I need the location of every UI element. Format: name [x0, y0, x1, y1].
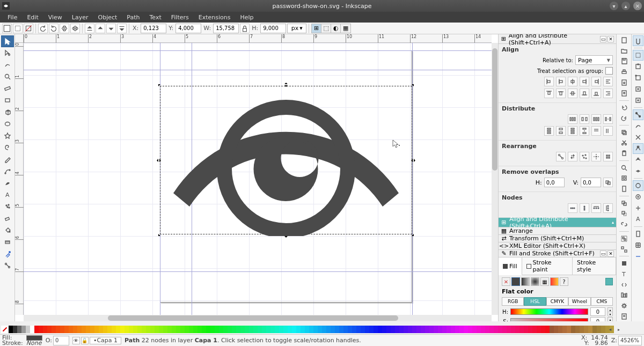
gradient-tool[interactable]	[1, 236, 14, 248]
palette-swatch[interactable]	[193, 326, 197, 333]
bucket-tool[interactable]	[1, 224, 14, 236]
snap-grid-icon[interactable]	[633, 240, 643, 251]
y-input[interactable]: 4,000	[175, 24, 201, 33]
nodes-align-h-icon[interactable]	[568, 203, 577, 213]
panel-arrange[interactable]: ▦Arrange	[499, 227, 616, 235]
snap-page-icon[interactable]	[633, 229, 643, 239]
dropper-tool[interactable]	[1, 248, 14, 260]
snap-bbox-edge-icon[interactable]	[633, 61, 643, 72]
color-palette[interactable]	[1, 326, 614, 333]
align-dialog-icon[interactable]	[618, 291, 630, 300]
snap-others-icon[interactable]	[633, 180, 643, 191]
palette-swatch[interactable]	[421, 326, 425, 333]
palette-swatch[interactable]	[378, 326, 382, 333]
ellipse-tool[interactable]	[1, 118, 14, 130]
rearrange-clump-icon[interactable]	[603, 152, 613, 161]
zoom-tool[interactable]	[1, 71, 14, 83]
raise-top-icon[interactable]	[85, 24, 94, 33]
palette-swatch[interactable]	[77, 326, 82, 333]
palette-swatch[interactable]	[288, 326, 292, 333]
dist-center-v-icon[interactable]	[556, 126, 566, 136]
remove-overlaps-button[interactable]	[603, 178, 613, 187]
palette-swatch[interactable]	[352, 326, 356, 333]
group-icon[interactable]	[618, 234, 630, 244]
menu-filters[interactable]: Filters	[167, 13, 193, 22]
snap-intersection-icon[interactable]	[633, 132, 643, 143]
save-document-icon[interactable]	[618, 57, 630, 67]
menu-text[interactable]: Text	[145, 13, 166, 22]
spiral-tool[interactable]	[1, 142, 14, 153]
h-input[interactable]: 9,000	[260, 24, 286, 33]
palette-swatch[interactable]	[185, 326, 189, 333]
zoom-drawing-icon[interactable]	[618, 174, 630, 183]
align-bottom-edge-out-icon[interactable]	[591, 89, 601, 98]
palette-swatch[interactable]	[52, 326, 56, 333]
snap-rotation-icon[interactable]	[633, 203, 643, 214]
palette-swatch[interactable]	[133, 326, 137, 333]
eraser-tool[interactable]	[1, 212, 14, 224]
deselect-icon[interactable]	[24, 24, 33, 33]
duplicate-icon[interactable]	[618, 198, 630, 208]
scrollbar-horizontal[interactable]	[24, 315, 492, 321]
fs-minimize-icon[interactable]: ▭	[600, 251, 606, 257]
zoom-page-icon[interactable]	[618, 184, 630, 194]
palette-swatch[interactable]	[550, 326, 554, 333]
palette-swatch[interactable]	[64, 326, 69, 333]
palette-swatch[interactable]	[464, 326, 468, 333]
snap-midpoint-icon[interactable]	[633, 166, 643, 176]
nodes-align-v-icon[interactable]	[580, 203, 589, 213]
swatch-icon[interactable]	[550, 277, 559, 286]
hsl-tab[interactable]: HSL	[524, 297, 546, 306]
snap-nodes-icon[interactable]	[633, 109, 643, 120]
align-top-icon[interactable]	[556, 89, 566, 98]
palette-swatch[interactable]	[279, 326, 283, 333]
palette-swatch[interactable]	[163, 326, 167, 333]
no-color-swatch[interactable]	[1, 326, 9, 333]
palette-swatch[interactable]	[313, 326, 318, 333]
panel-align[interactable]: ⊞Align and Distribute (Shift+Ctrl+A)▴	[499, 218, 616, 227]
palette-swatch[interactable]	[215, 326, 219, 333]
pattern-icon[interactable]: ▦	[540, 277, 549, 286]
palette-swatch[interactable]	[245, 326, 249, 333]
palette-swatch[interactable]	[240, 326, 245, 333]
no-paint-icon[interactable]: ✕	[502, 277, 510, 286]
cmyk-tab[interactable]: CMYK	[546, 297, 568, 306]
palette-swatch[interactable]	[335, 326, 339, 333]
rotate-cw-icon[interactable]	[49, 24, 58, 33]
flip-h-icon[interactable]	[60, 24, 69, 33]
align-top-edge-out-icon[interactable]	[544, 89, 554, 98]
palette-swatch[interactable]	[369, 326, 374, 333]
palette-swatch[interactable]	[292, 326, 296, 333]
snap-bbox-corner-icon[interactable]	[633, 72, 643, 83]
panel-transform[interactable]: ⇄Transform (Shift+Ctrl+M)	[499, 235, 616, 242]
palette-swatch[interactable]	[155, 326, 159, 333]
palette-swatch[interactable]	[116, 326, 120, 333]
document-props-icon[interactable]	[618, 312, 630, 321]
palette-swatch[interactable]	[107, 326, 112, 333]
align-right-edge-out-icon[interactable]	[591, 77, 601, 86]
palette-swatch[interactable]	[39, 326, 43, 333]
palette-swatch[interactable]	[455, 326, 459, 333]
align-text-baseline-icon[interactable]	[603, 89, 613, 98]
nodes-dist-h-icon[interactable]	[591, 203, 601, 213]
s-spinner[interactable]: ▴▾	[608, 317, 613, 321]
palette-swatch[interactable]	[137, 326, 142, 333]
print-icon[interactable]	[618, 67, 630, 77]
palette-swatch[interactable]	[146, 326, 150, 333]
raise-icon[interactable]	[96, 24, 105, 33]
radial-gradient-icon[interactable]	[531, 277, 539, 286]
unlink-clone-icon[interactable]	[618, 219, 630, 229]
palette-swatch[interactable]	[167, 326, 172, 333]
text-tool[interactable]: A	[1, 189, 14, 201]
palette-swatch[interactable]	[232, 326, 236, 333]
rearrange-exchange-icon[interactable]	[568, 152, 577, 161]
palette-swatch[interactable]	[94, 326, 99, 333]
palette-swatch[interactable]	[481, 326, 485, 333]
palette-swatch[interactable]	[541, 326, 545, 333]
new-document-icon[interactable]	[618, 35, 630, 45]
canvas[interactable]	[24, 43, 492, 315]
palette-swatch[interactable]	[554, 326, 558, 333]
palette-swatch[interactable]	[528, 326, 532, 333]
ruler-vertical[interactable]: 012345678	[15, 43, 24, 315]
palette-swatch[interactable]	[442, 326, 447, 333]
